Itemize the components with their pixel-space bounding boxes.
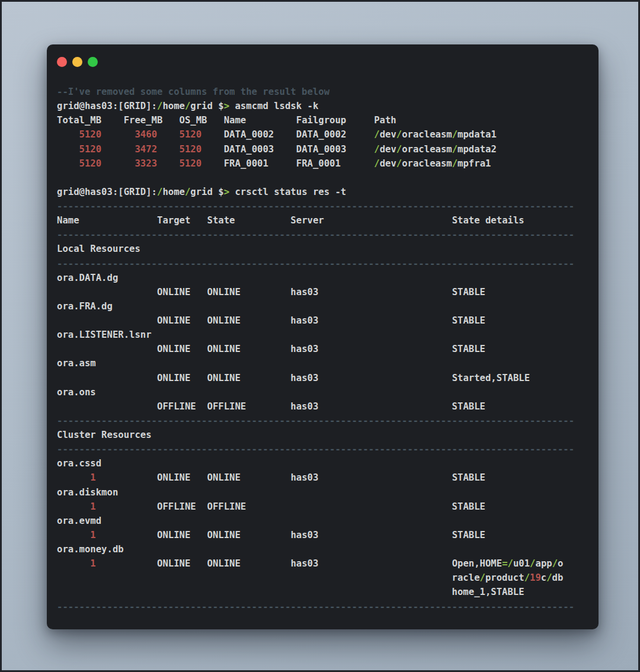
- terminal-spacing: [274, 129, 296, 140]
- separator-line: ----------------------------------------…: [57, 201, 574, 212]
- terminal-text-segment: Free_MB: [124, 115, 163, 126]
- terminal-text-segment: Path: [374, 115, 396, 126]
- terminal-text-segment: product: [485, 572, 524, 583]
- terminal-line: ora.LISTENER.lsnr: [57, 328, 587, 342]
- terminal-text-segment: DATA_0002: [296, 129, 347, 140]
- terminal-text-segment: has03: [290, 287, 318, 297]
- terminal-text-segment: 3472: [135, 144, 157, 155]
- terminal-text-segment: STABLE: [452, 344, 485, 354]
- terminal-spacing: [246, 115, 296, 126]
- terminal-text-segment: >: [224, 187, 229, 197]
- terminal-text-segment: grid $: [190, 187, 223, 197]
- terminal-spacing: [241, 530, 291, 540]
- terminal-spacing: [190, 530, 207, 540]
- terminal-text-segment: grid $: [190, 101, 223, 111]
- terminal-text-segment: ONLINE: [207, 472, 241, 483]
- terminal-spacing: [57, 287, 157, 297]
- terminal-text-segment: DATA_0003: [224, 144, 274, 155]
- terminal-text-segment: crsctl status res -t: [229, 187, 346, 197]
- terminal-text-segment: /: [374, 158, 379, 169]
- terminal-text-segment: ora.cssd: [57, 458, 101, 469]
- terminal-text-segment: oracleasm: [402, 129, 452, 140]
- terminal-output[interactable]: --I've removed some columns from the res…: [57, 85, 587, 614]
- terminal-text-segment: c: [541, 572, 546, 583]
- terminal-text-segment: 1: [90, 472, 95, 483]
- separator-line: ----------------------------------------…: [57, 229, 574, 240]
- terminal-text-segment: STABLE: [452, 315, 485, 326]
- terminal-text-segment: FRA_0001: [296, 158, 341, 169]
- terminal-line: home_1,STABLE: [57, 585, 587, 599]
- terminal-text-segment: oracleasm: [402, 158, 452, 169]
- terminal-text-segment: 3323: [135, 158, 157, 169]
- terminal-text-segment: ONLINE: [207, 287, 241, 297]
- minimize-button[interactable]: [72, 57, 82, 67]
- terminal-line: ONLINE ONLINE has03 Started,STABLE: [57, 371, 587, 385]
- terminal-text-segment: /: [452, 129, 457, 140]
- terminal-spacing: [57, 315, 157, 326]
- terminal-line: 1 ONLINE ONLINE has03 Open,HOME=/u01/app…: [57, 556, 587, 571]
- terminal-spacing: [241, 315, 291, 326]
- terminal-line: Local Resources: [57, 242, 587, 256]
- terminal-spacing: [201, 129, 224, 140]
- terminal-text-segment: /: [452, 144, 457, 155]
- terminal-text-segment: /: [157, 187, 162, 197]
- terminal-spacing: [346, 129, 374, 140]
- separator-line: ----------------------------------------…: [57, 444, 574, 455]
- terminal-line: 1 OFFLINE OFFLINE STABLE: [57, 500, 587, 514]
- terminal-line: 5120 3460 5120 DATA_0002 DATA_0002 /dev/…: [57, 127, 587, 142]
- terminal-line: [57, 171, 587, 185]
- terminal-text-segment: ONLINE: [207, 530, 241, 540]
- terminal-text-segment: ONLINE: [207, 344, 241, 354]
- terminal-text-segment: grid@has03:[GRID]:: [57, 101, 157, 111]
- terminal-spacing: [268, 158, 296, 169]
- terminal-text-segment: Started,STABLE: [452, 373, 530, 383]
- terminal-text-segment: Target: [157, 215, 190, 226]
- terminal-text-segment: ONLINE: [157, 344, 190, 354]
- terminal-line: ONLINE ONLINE has03 STABLE: [57, 313, 587, 328]
- terminal-spacing: [79, 215, 157, 226]
- terminal-spacing: [246, 501, 452, 512]
- terminal-text-segment: home: [162, 187, 185, 197]
- terminal-text-segment: Total_MB: [57, 115, 101, 126]
- terminal-line: ora.FRA.dg: [57, 299, 587, 313]
- terminal-text-segment: home_1,STABLE: [452, 587, 524, 597]
- terminal-text-segment: /: [185, 101, 190, 111]
- terminal-text-segment: FRA_0001: [224, 158, 268, 169]
- terminal-text-segment: ora.LISTENER.lsnr: [57, 329, 152, 340]
- terminal-spacing: [274, 144, 296, 155]
- terminal-text-segment: /: [524, 572, 530, 583]
- terminal-line: ----------------------------------------…: [57, 199, 587, 213]
- terminal-text-segment: ora.diskmon: [57, 487, 118, 498]
- terminal-line: 5120 3323 5120 FRA_0001 FRA_0001 /dev/or…: [57, 156, 587, 171]
- terminal-line: 1 ONLINE ONLINE has03 STABLE: [57, 471, 587, 485]
- terminal-line: ----------------------------------------…: [57, 600, 587, 614]
- terminal-spacing: [57, 558, 90, 569]
- terminal-line: ora.cssd: [57, 456, 587, 471]
- terminal-text-segment: ONLINE: [207, 373, 241, 383]
- terminal-text-segment: /: [157, 101, 162, 111]
- terminal-spacing: [318, 344, 452, 354]
- terminal-line: ONLINE ONLINE has03 STABLE: [57, 342, 587, 356]
- terminal-text-segment: has03: [290, 472, 318, 483]
- terminal-spacing: [57, 129, 79, 140]
- terminal-text-segment: Local Resources: [57, 244, 140, 254]
- terminal-text-segment: Open,HOME: [452, 558, 503, 569]
- separator-line: ----------------------------------------…: [57, 415, 574, 426]
- terminal-spacing: [157, 158, 180, 169]
- terminal-spacing: [57, 144, 79, 155]
- terminal-text-segment: 5120: [180, 144, 202, 155]
- terminal-text-segment: dev: [380, 158, 396, 169]
- terminal-text-segment: 5120: [79, 129, 102, 140]
- window-titlebar[interactable]: [47, 44, 599, 67]
- terminal-spacing: [241, 287, 291, 297]
- terminal-spacing: [241, 373, 291, 383]
- terminal-spacing: [341, 158, 374, 169]
- terminal-line: OFFLINE OFFLINE has03 STABLE: [57, 399, 587, 414]
- zoom-button[interactable]: [88, 57, 98, 67]
- terminal-text-segment: STABLE: [452, 401, 485, 412]
- terminal-text-segment: dev: [380, 129, 396, 140]
- terminal-line: Cluster Resources: [57, 428, 587, 442]
- close-button[interactable]: [57, 57, 67, 67]
- terminal-text-segment: 5120: [79, 144, 102, 155]
- terminal-text-segment: has03: [290, 315, 318, 326]
